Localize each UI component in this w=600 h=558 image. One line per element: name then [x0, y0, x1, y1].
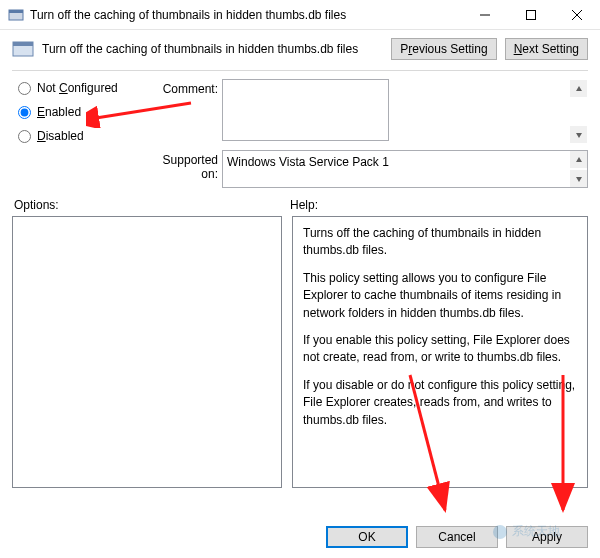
svg-rect-3	[527, 10, 536, 19]
scroll-up-icon[interactable]	[570, 80, 587, 97]
policy-title: Turn off the caching of thumbnails in hi…	[42, 42, 383, 56]
help-paragraph: If you enable this policy setting, File …	[303, 332, 577, 367]
help-paragraph: This policy setting allows you to config…	[303, 270, 577, 322]
help-paragraph: If you disable or do not configure this …	[303, 377, 577, 429]
options-label: Options:	[14, 198, 290, 212]
supported-text: Windows Vista Service Pack 1	[222, 150, 588, 188]
supported-label: Supported on:	[146, 150, 218, 181]
comment-label: Comment:	[146, 79, 218, 96]
svg-marker-11	[576, 177, 582, 182]
next-setting-button[interactable]: Next Setting	[505, 38, 588, 60]
right-column: Comment: Supported on: Windows Vista Ser…	[146, 79, 588, 188]
window-title: Turn off the caching of thumbnails in hi…	[30, 8, 462, 22]
divider	[12, 70, 588, 71]
help-label: Help:	[290, 198, 318, 212]
svg-marker-8	[576, 86, 582, 91]
scroll-up-icon[interactable]	[570, 151, 587, 168]
scroll-down-icon[interactable]	[570, 170, 587, 187]
apply-button[interactable]: Apply	[506, 526, 588, 548]
header: Turn off the caching of thumbnails in hi…	[0, 30, 600, 70]
maximize-button[interactable]	[508, 0, 554, 30]
policy-header-icon	[12, 40, 34, 58]
footer-buttons: OK Cancel Apply	[326, 526, 588, 548]
svg-marker-10	[576, 157, 582, 162]
policy-icon	[8, 7, 24, 23]
ok-button[interactable]: OK	[326, 526, 408, 548]
radio-disabled[interactable]: Disabled	[18, 129, 138, 143]
state-radios: Not Configured Enabled Disabled	[18, 79, 138, 188]
titlebar: Turn off the caching of thumbnails in hi…	[0, 0, 600, 30]
options-pane	[12, 216, 282, 488]
radio-enabled[interactable]: Enabled	[18, 105, 138, 119]
radio-enabled-input[interactable]	[18, 106, 31, 119]
close-button[interactable]	[554, 0, 600, 30]
mid-labels: Options: Help:	[0, 188, 600, 216]
comment-textarea[interactable]	[222, 79, 389, 141]
svg-marker-9	[576, 133, 582, 138]
help-paragraph: Turns off the caching of thumbnails in h…	[303, 225, 577, 260]
scroll-down-icon[interactable]	[570, 126, 587, 143]
radio-disabled-input[interactable]	[18, 130, 31, 143]
config-area: Not Configured Enabled Disabled Comment:…	[0, 79, 600, 188]
minimize-button[interactable]	[462, 0, 508, 30]
previous-setting-button[interactable]: Previous Setting	[391, 38, 496, 60]
svg-rect-7	[13, 42, 33, 46]
help-pane: Turns off the caching of thumbnails in h…	[292, 216, 588, 488]
svg-rect-1	[9, 10, 23, 13]
cancel-button[interactable]: Cancel	[416, 526, 498, 548]
radio-not-configured-input[interactable]	[18, 82, 31, 95]
panes: Turns off the caching of thumbnails in h…	[0, 216, 600, 488]
supported-row: Supported on: Windows Vista Service Pack…	[146, 150, 588, 188]
radio-not-configured[interactable]: Not Configured	[18, 81, 138, 95]
comment-row: Comment:	[146, 79, 588, 144]
